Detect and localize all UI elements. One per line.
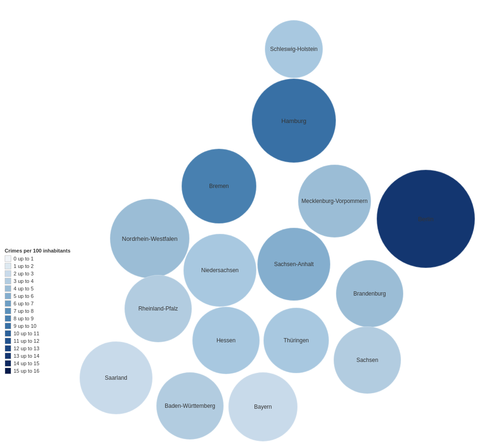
legend-label: 6 up to 7	[14, 301, 34, 306]
bubble-brandenburg: Brandenburg	[336, 260, 403, 327]
legend-item: 7 up to 8	[5, 308, 71, 314]
legend-item: 0 up to 1	[5, 255, 71, 262]
legend-color-box	[5, 300, 11, 307]
legend-label: 2 up to 3	[14, 271, 34, 276]
legend-item: 11 up to 12	[5, 338, 71, 344]
bubble-saarland: Saarland	[80, 341, 153, 414]
legend-label: 0 up to 1	[14, 256, 34, 261]
legend-color-box	[5, 330, 11, 337]
chart-area: Schleswig-HolsteinHamburgBremenMecklenbu…	[0, 0, 481, 448]
legend-item: 4 up to 5	[5, 285, 71, 292]
legend-item: 1 up to 2	[5, 263, 71, 269]
legend-label: 1 up to 2	[14, 263, 34, 269]
legend-item: 2 up to 3	[5, 270, 71, 277]
legend-label: 4 up to 5	[14, 286, 34, 291]
legend-label: 5 up to 6	[14, 293, 34, 299]
legend-color-box	[5, 263, 11, 269]
legend-color-box	[5, 353, 11, 359]
legend-label: 12 up to 13	[14, 346, 39, 351]
legend: Crimes per 100 inhabitants 0 up to 11 up…	[5, 248, 71, 375]
legend-color-box	[5, 360, 11, 367]
legend-items-container: 0 up to 11 up to 22 up to 33 up to 44 up…	[5, 255, 71, 374]
legend-item: 10 up to 11	[5, 330, 71, 337]
legend-color-box	[5, 345, 11, 352]
legend-color-box	[5, 285, 11, 292]
bubble-bayern: Bayern	[228, 372, 298, 441]
legend-item: 9 up to 10	[5, 323, 71, 329]
legend-item: 12 up to 13	[5, 345, 71, 352]
bubble-baden-wuerttemberg: Baden-Württemberg	[156, 372, 224, 440]
legend-color-box	[5, 368, 11, 374]
legend-color-box	[5, 270, 11, 277]
bubble-sachsen-anhalt: Sachsen-Anhalt	[257, 228, 330, 301]
legend-color-box	[5, 315, 11, 322]
bubble-berlin: Berlin	[377, 170, 475, 268]
legend-title: Crimes per 100 inhabitants	[5, 248, 71, 253]
legend-color-box	[5, 338, 11, 344]
legend-label: 14 up to 15	[14, 361, 39, 366]
legend-label: 9 up to 10	[14, 323, 36, 329]
bubble-rheinland-pfalz: Rheinland-Pfalz	[124, 275, 192, 342]
legend-color-box	[5, 278, 11, 284]
bubble-niedersachsen: Niedersachsen	[183, 234, 256, 307]
legend-label: 11 up to 12	[14, 338, 39, 344]
bubble-nordrhein-westfalen: Nordrhein-Westfalen	[110, 199, 189, 278]
legend-color-box	[5, 255, 11, 262]
legend-item: 6 up to 7	[5, 300, 71, 307]
bubble-hamburg: Hamburg	[252, 79, 336, 163]
legend-item: 13 up to 14	[5, 353, 71, 359]
legend-label: 3 up to 4	[14, 278, 34, 284]
legend-item: 8 up to 9	[5, 315, 71, 322]
bubble-hessen: Hessen	[192, 307, 260, 374]
legend-label: 8 up to 9	[14, 316, 34, 321]
legend-color-box	[5, 308, 11, 314]
legend-color-box	[5, 293, 11, 299]
bubble-mecklenburg-vorpommern: Mecklenburg-Vorpommern	[298, 165, 371, 238]
legend-color-box	[5, 323, 11, 329]
legend-item: 14 up to 15	[5, 360, 71, 367]
legend-label: 7 up to 8	[14, 308, 34, 314]
legend-label: 13 up to 14	[14, 353, 39, 359]
bubble-thueringen: Thüringen	[263, 308, 329, 373]
legend-item: 3 up to 4	[5, 278, 71, 284]
legend-label: 10 up to 11	[14, 331, 39, 336]
legend-item: 15 up to 16	[5, 368, 71, 374]
bubble-schleswig-holstein: Schleswig-Holstein	[265, 20, 323, 78]
legend-label: 15 up to 16	[14, 368, 39, 374]
bubble-bremen: Bremen	[182, 149, 256, 224]
bubble-sachsen: Sachsen	[334, 326, 401, 394]
legend-item: 5 up to 6	[5, 293, 71, 299]
